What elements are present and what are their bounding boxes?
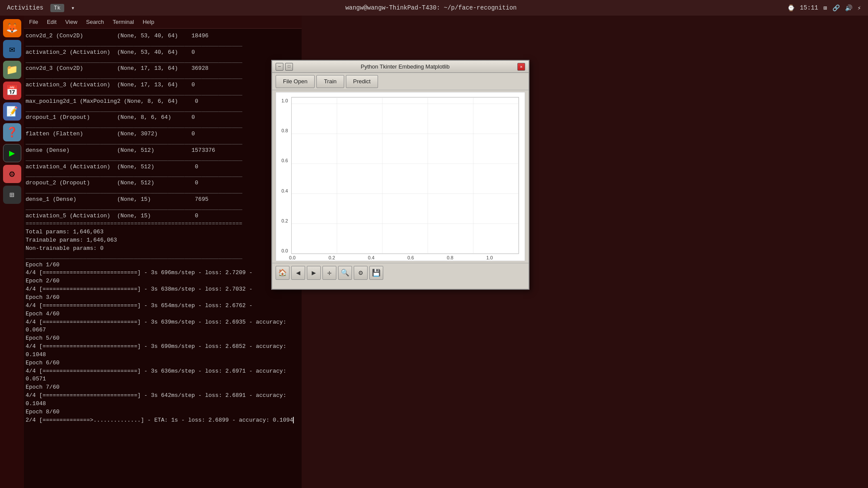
- minimize-button[interactable]: —: [276, 63, 283, 71]
- svg-text:0.6: 0.6: [282, 158, 288, 163]
- volume-icon[interactable]: 🔊: [845, 4, 852, 12]
- svg-text:0.0: 0.0: [289, 255, 296, 260]
- help-icon[interactable]: ❓: [3, 123, 21, 141]
- svg-text:0.2: 0.2: [329, 255, 335, 260]
- text-editor-icon[interactable]: 📝: [3, 102, 21, 121]
- terminal-separator: ________________________________________…: [26, 106, 300, 114]
- home-tool-button[interactable]: 🏠: [276, 266, 289, 280]
- predict-button[interactable]: Predict: [346, 75, 378, 88]
- system-bar-left: Activities Tk ▾: [7, 4, 75, 12]
- train-button[interactable]: Train: [316, 75, 344, 88]
- svg-text:1.0: 1.0: [486, 255, 493, 260]
- plot-area: 0.0 0.2 0.4 0.6 0.8 1.0 0.0 0.2 0.4 0.6 …: [276, 92, 525, 261]
- network-icon[interactable]: 🔗: [832, 4, 840, 12]
- svg-text:0.4: 0.4: [368, 255, 375, 260]
- terminal-separator: ________________________________________…: [26, 40, 300, 49]
- menu-file[interactable]: File: [29, 19, 38, 25]
- menu-edit[interactable]: Edit: [47, 19, 56, 25]
- terminal-line: conv2d_2 (Conv2D) (None, 53, 40, 64) 184…: [26, 32, 300, 40]
- terminal-line: activation_2 (Activation) (None, 53, 40,…: [26, 49, 300, 57]
- terminal-line: dense (Dense) (None, 512) 1573376: [26, 147, 300, 155]
- icon-dock: 🦊 ✉ 📁 📅 📝 ❓ ▶ ⚙ ⊞: [0, 16, 24, 488]
- close-button[interactable]: ✕: [517, 63, 525, 71]
- terminal-line: activation_3 (Activation) (None, 17, 13,…: [26, 81, 300, 89]
- matplotlib-canvas: 0.0 0.2 0.4 0.6 0.8 1.0 0.0 0.2 0.4 0.6 …: [276, 92, 525, 261]
- terminal-separator: ________________________________________…: [26, 138, 300, 147]
- app-grid-icon[interactable]: ⊞: [3, 186, 21, 204]
- terminal-trainable-params: Trainable params: 1,646,063: [26, 236, 300, 245]
- titlebar-controls-right: ✕: [517, 63, 525, 71]
- terminal-separator: ________________________________________…: [26, 204, 300, 212]
- terminal-separator: ________________________________________…: [26, 122, 300, 130]
- calendar-icon[interactable]: 📅: [3, 82, 21, 100]
- menu-terminal[interactable]: Terminal: [113, 19, 134, 25]
- terminal-line: activation_5 (Activation) (None, 15) 0: [26, 212, 300, 220]
- forward-tool-button[interactable]: ▶: [307, 266, 321, 280]
- terminal-line: activation_4 (Activation) (None, 512) 0: [26, 163, 300, 171]
- system-time: 15:11: [800, 4, 818, 11]
- maximize-button[interactable]: □: [285, 63, 293, 71]
- terminal-icon[interactable]: ▶: [3, 144, 21, 162]
- terminal-epoch2-label: Epoch 2/60: [26, 277, 300, 285]
- terminal-double-separator: ========================================…: [26, 220, 300, 228]
- terminal-nontrainable-params: Non-trainable params: 0: [26, 245, 300, 253]
- terminal-epoch6-progress: 4/4 [============================] - 3s …: [26, 367, 300, 384]
- terminal-separator: ________________________________________…: [26, 253, 300, 261]
- terminal-separator: ________________________________________…: [26, 155, 300, 163]
- terminal-separator: ________________________________________…: [26, 57, 300, 65]
- terminal-epoch7-label: Epoch 7/60: [26, 383, 300, 392]
- terminal-line: flatten (Flatten) (None, 3072) 0: [26, 130, 300, 138]
- terminal-epoch5-label: Epoch 5/60: [26, 334, 300, 343]
- svg-text:0.6: 0.6: [408, 255, 414, 260]
- plot-toolbar: 🏠 ◀ ▶ ✛ 🔍 ⚙ 💾: [272, 263, 529, 282]
- system-bar-title: wangw@wangw-ThinkPad-T430: ~/p/face-reco…: [345, 4, 517, 11]
- save-tool-button[interactable]: 💾: [369, 266, 383, 280]
- zoom-rect-button[interactable]: 🔍: [338, 266, 352, 280]
- svg-text:0.8: 0.8: [282, 128, 288, 133]
- grid-icon[interactable]: ⊞: [823, 4, 827, 12]
- dropdown-arrow[interactable]: ▾: [71, 4, 75, 12]
- tkinter-toolbar: File Open Train Predict: [272, 73, 529, 90]
- svg-text:0.0: 0.0: [282, 248, 288, 253]
- terminal-menubar: File Edit View Search Terminal Help: [24, 16, 302, 29]
- mail-icon[interactable]: ✉: [3, 40, 21, 58]
- menu-view[interactable]: View: [65, 19, 77, 25]
- terminal-separator: ________________________________________…: [26, 89, 300, 98]
- terminal-epoch8-label: Epoch 8/60: [26, 408, 300, 416]
- terminal-total-params: Total params: 1,646,063: [26, 228, 300, 236]
- tkinter-titlebar: — □ Python Tkinter Embeding Matplotlib ✕: [272, 61, 529, 73]
- zoom-pan-button[interactable]: ✛: [322, 266, 336, 280]
- terminal-line: dense_1 (Dense) (None, 15) 7695: [26, 196, 300, 204]
- tkinter-window: — □ Python Tkinter Embeding Matplotlib ✕…: [271, 60, 529, 290]
- terminal-separator: ________________________________________…: [26, 73, 300, 81]
- terminal-line: dropout_2 (Dropout) (None, 512) 0: [26, 179, 300, 187]
- svg-text:0.4: 0.4: [282, 188, 288, 193]
- firefox-icon[interactable]: 🦊: [3, 19, 21, 37]
- svg-text:1.0: 1.0: [282, 98, 288, 103]
- menu-help[interactable]: Help: [143, 19, 155, 25]
- settings-icon[interactable]: ⚙: [3, 165, 21, 183]
- tk-badge[interactable]: Tk: [50, 4, 64, 12]
- file-open-button[interactable]: File Open: [276, 75, 315, 88]
- svg-text:0.2: 0.2: [282, 218, 288, 223]
- files-icon[interactable]: 📁: [3, 61, 21, 79]
- terminal-line: conv2d_3 (Conv2D) (None, 17, 13, 64) 369…: [26, 65, 300, 73]
- terminal-epoch3-progress: 4/4 [============================] - 3s …: [26, 302, 300, 310]
- svg-rect-13: [292, 97, 519, 254]
- back-tool-button[interactable]: ◀: [291, 266, 305, 280]
- terminal-epoch8-progress: 2/4 [==============>..............] - ET…: [26, 416, 300, 425]
- menu-search[interactable]: Search: [86, 19, 104, 25]
- titlebar-controls: — □: [276, 63, 293, 71]
- terminal-line: dropout_1 (Dropout) (None, 8, 6, 64) 0: [26, 114, 300, 122]
- terminal-epoch1-label: Epoch 1/60: [26, 261, 300, 269]
- terminal-separator: ________________________________________…: [26, 187, 300, 196]
- terminal-epoch6-label: Epoch 6/60: [26, 359, 300, 367]
- terminal-epoch2-progress: 4/4 [============================] - 3s …: [26, 285, 300, 294]
- power-icon[interactable]: ⚡: [858, 4, 861, 12]
- system-bar: Activities Tk ▾ wangw@wangw-ThinkPad-T43…: [0, 0, 868, 16]
- terminal-epoch7-progress: 4/4 [============================] - 3s …: [26, 392, 300, 408]
- activities-button[interactable]: Activities: [7, 4, 43, 11]
- terminal-epoch5-progress: 4/4 [============================] - 3s …: [26, 343, 300, 359]
- clock-icon: ⌚: [787, 4, 795, 12]
- settings-tool-button[interactable]: ⚙: [354, 266, 368, 280]
